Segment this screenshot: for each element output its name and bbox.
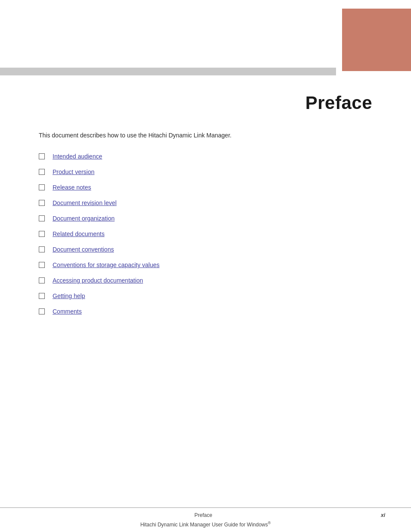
checkbox-icon (39, 262, 45, 268)
toc-item: Intended audience (39, 153, 372, 160)
intro-paragraph: This document describes how to use the H… (39, 131, 372, 140)
checkbox-icon (39, 293, 45, 299)
toc-item: Related documents (39, 230, 372, 237)
footer-inner: Preface xi (26, 512, 385, 518)
toc-item: Release notes (39, 184, 372, 191)
toc-item: Comments (39, 308, 372, 315)
page-title: Preface (39, 93, 372, 113)
checkbox-icon (39, 153, 45, 159)
toc-link-document-revision-level[interactable]: Document revision level (53, 199, 117, 206)
footer: Preface xi Hitachi Dynamic Link Manager … (0, 507, 411, 532)
toc-link-getting-help[interactable]: Getting help (53, 292, 85, 299)
checkbox-icon (39, 246, 45, 252)
footer-section-label: Preface (26, 512, 381, 518)
checkbox-icon (39, 277, 45, 283)
toc-link-related-documents[interactable]: Related documents (53, 230, 105, 237)
checkbox-icon (39, 169, 45, 175)
footer-document-title: Hitachi Dynamic Link Manager User Guide … (26, 521, 385, 528)
header-gray-bar (0, 68, 336, 75)
checkbox-icon (39, 231, 45, 237)
checkbox-icon (39, 308, 45, 314)
toc-item: Product version (39, 168, 372, 175)
toc-link-accessing-product-documentation[interactable]: Accessing product documentation (53, 277, 143, 284)
toc-list: Intended audienceProduct versionRelease … (39, 153, 372, 315)
checkbox-icon (39, 200, 45, 206)
toc-link-document-conventions[interactable]: Document conventions (53, 246, 114, 253)
toc-link-conventions-storage-capacity[interactable]: Conventions for storage capacity values (53, 261, 159, 268)
toc-link-intended-audience[interactable]: Intended audience (53, 153, 102, 160)
toc-link-document-organization[interactable]: Document organization (53, 215, 115, 222)
toc-item: Getting help (39, 292, 372, 299)
toc-item: Conventions for storage capacity values (39, 261, 372, 268)
toc-link-product-version[interactable]: Product version (53, 168, 94, 175)
checkbox-icon (39, 184, 45, 190)
toc-item: Document revision level (39, 199, 372, 206)
header-area (0, 0, 411, 75)
footer-page-number: xi (381, 512, 385, 518)
header-orange-block (342, 9, 411, 71)
toc-link-release-notes[interactable]: Release notes (53, 184, 91, 191)
toc-link-comments[interactable]: Comments (53, 308, 82, 315)
toc-item: Document conventions (39, 246, 372, 253)
main-content: Preface This document describes how to u… (0, 93, 411, 367)
checkbox-icon (39, 215, 45, 221)
toc-item: Document organization (39, 215, 372, 222)
toc-item: Accessing product documentation (39, 277, 372, 284)
